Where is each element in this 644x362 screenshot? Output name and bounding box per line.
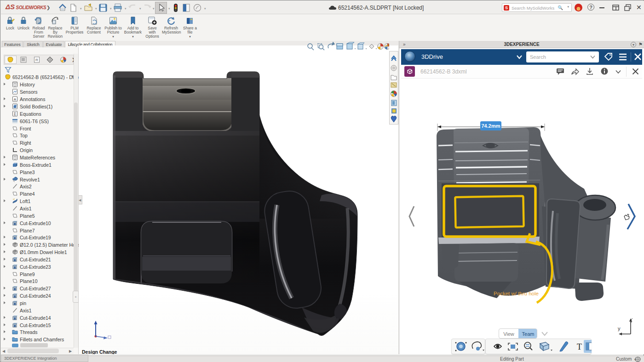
svg-text:Σ: Σ: [14, 112, 17, 116]
svg-text:R: R: [35, 58, 38, 62]
svg-text:74.2mm: 74.2mm: [482, 123, 500, 129]
svg-text:A: A: [14, 97, 17, 102]
svg-text:T: T: [577, 342, 582, 351]
svg-text:Design Change: Design Change: [82, 349, 117, 354]
svg-text:Pocket w/ thru hole: Pocket w/ thru hole: [494, 291, 539, 296]
svg-text:y: y: [618, 326, 621, 331]
